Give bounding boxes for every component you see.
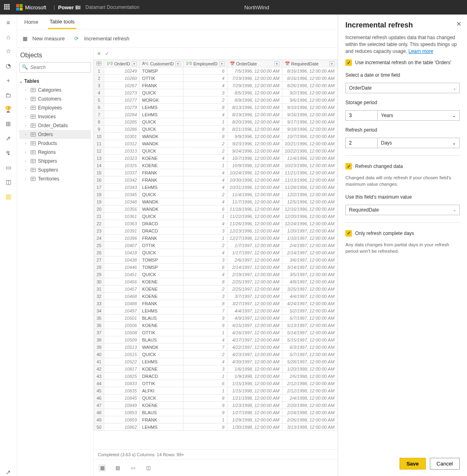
table-row[interactable]: 110249TOMSP67/5/1996, 12:00:00 AM8/16/19… bbox=[94, 67, 338, 75]
table-item-territories[interactable]: ›Territories bbox=[19, 174, 91, 183]
new-measure-button[interactable]: ▦ New measure bbox=[23, 36, 65, 42]
workspace-icon[interactable]: ◫ bbox=[5, 178, 12, 186]
table-row[interactable]: 3410497LEHMS74/4/1997, 12:00:00 AM5/2/19… bbox=[94, 307, 338, 315]
table-item-products[interactable]: ›Products bbox=[19, 139, 91, 148]
table-row[interactable]: 2410396FRANK112/27/1996, 12:00:00 AM1/10… bbox=[94, 235, 338, 242]
table-item-regions[interactable]: ›Regions bbox=[19, 148, 91, 157]
expand-icon[interactable]: ↗ bbox=[5, 469, 12, 476]
column-filter-icon[interactable]: ▾ bbox=[274, 61, 280, 66]
cancel-formula-icon[interactable]: ✕ bbox=[97, 51, 101, 57]
formula-input[interactable] bbox=[113, 51, 334, 57]
table-item-shippers[interactable]: ›Shippers bbox=[19, 157, 91, 166]
table-row[interactable]: 3110457KOENE22/25/1997, 12:00:00 AM3/25/… bbox=[94, 285, 338, 293]
star-icon[interactable]: ☆ bbox=[5, 48, 12, 55]
table-row[interactable]: 2910451QUICK42/19/1997, 12:00:00 AM3/5/1… bbox=[94, 271, 338, 278]
row-header-corner[interactable] bbox=[94, 60, 104, 67]
table-row[interactable]: 710284LEHMS48/19/1996, 12:00:00 AM9/16/1… bbox=[94, 111, 338, 118]
table-row[interactable]: 1110312WANDK29/23/1996, 12:00:00 AM10/21… bbox=[94, 140, 338, 147]
table-row[interactable]: 1010301WANDK89/9/1996, 12:00:00 AM10/7/1… bbox=[94, 133, 338, 140]
goals-icon[interactable]: 🏆 bbox=[5, 106, 12, 113]
table-row[interactable]: 5010862LEHMS81/30/1998, 12:00:00 AM3/13/… bbox=[94, 424, 338, 431]
refresh-period-input[interactable] bbox=[345, 138, 378, 148]
close-icon[interactable]: ✕ bbox=[456, 20, 461, 28]
table-row[interactable]: 2610418QUICK41/17/1997, 12:00:00 AM2/14/… bbox=[94, 249, 338, 256]
table-row[interactable]: 510277MORGK28/9/1996, 12:00:00 AM9/6/199… bbox=[94, 96, 338, 104]
column-header-requireddate[interactable]: 📅RequiredDate▾ bbox=[282, 60, 337, 67]
tab-home[interactable]: Home bbox=[23, 16, 40, 28]
table-row[interactable]: 4410833OTTIK61/15/1998, 12:00:00 AM2/12/… bbox=[94, 380, 338, 387]
table-row[interactable]: 3610506KOENE94/15/1997, 12:00:00 AM5/13/… bbox=[94, 322, 338, 329]
table-row[interactable]: 4610845QUICK81/21/1998, 12:00:00 AM2/4/1… bbox=[94, 394, 338, 402]
incremental-refresh-button[interactable]: ⟳ Incremental refresh bbox=[74, 36, 129, 42]
table-row[interactable]: 1310323KOENE410/7/1996, 12:00:00 AM11/4/… bbox=[94, 155, 338, 162]
table-row[interactable]: 4710849KOENE91/23/1998, 12:00:00 AM2/20/… bbox=[94, 402, 338, 409]
table-row[interactable]: 2510407OTTIK21/7/1997, 12:00:00 AM2/4/19… bbox=[94, 242, 338, 249]
table-row[interactable]: 4510835ALFKI11/15/1998, 12:00:00 AM2/12/… bbox=[94, 387, 338, 394]
column-filter-icon[interactable]: ▾ bbox=[175, 61, 181, 66]
menu-icon[interactable]: ≡ bbox=[5, 19, 12, 26]
tables-group[interactable]: ⌄ Tables bbox=[19, 78, 91, 84]
table-row[interactable]: 2710438TOMSP32/6/1997, 12:00:00 AM3/6/19… bbox=[94, 256, 338, 264]
table-view-icon[interactable]: ▦ bbox=[99, 464, 106, 472]
table-row[interactable]: 4210817KOENE31/6/1998, 12:00:00 AM1/20/1… bbox=[94, 365, 338, 373]
storage-unit-select[interactable]: Years ⌄ bbox=[378, 110, 460, 121]
grid-scroll[interactable]: 1²3OrderID▾AᵇcCustomerID▾1²3EmployeeID▾📅… bbox=[94, 60, 338, 449]
table-row[interactable]: 4910859FRANK11/29/1998, 12:00:00 AM2/26/… bbox=[94, 416, 338, 424]
table-row[interactable]: 2810446TOMSP62/14/1997, 12:00:00 AM3/14/… bbox=[94, 264, 338, 271]
table-row[interactable]: 4310825DRACD11/9/1998, 12:00:00 AM2/6/19… bbox=[94, 373, 338, 380]
table-row[interactable]: 1210313QUICK29/24/1996, 12:00:00 AM10/22… bbox=[94, 147, 338, 155]
table-row[interactable]: 1610342FRANK410/30/1996, 12:00:00 AM11/1… bbox=[94, 176, 338, 184]
table-row[interactable]: 610279LEHMS88/13/1996, 12:00:00 AM9/10/1… bbox=[94, 104, 338, 111]
table-row[interactable]: 1710343LEHMS410/31/1996, 12:00:00 AM11/2… bbox=[94, 184, 338, 191]
table-item-categories[interactable]: ›Categories bbox=[19, 86, 91, 94]
max-field-select[interactable]: RequiredDate ⌄ bbox=[345, 205, 460, 215]
accept-formula-icon[interactable]: ✓ bbox=[105, 51, 109, 57]
column-header-employeeid[interactable]: 1²3EmployeeID▾ bbox=[183, 60, 227, 67]
table-row[interactable]: 3910513WANDK74/22/1997, 12:00:00 AM6/3/1… bbox=[94, 344, 338, 351]
tab-table-tools[interactable]: Table tools bbox=[48, 15, 76, 29]
table-row[interactable]: 310267FRANK47/29/1996, 12:00:00 AM8/26/1… bbox=[94, 82, 338, 89]
column-filter-icon[interactable]: ▾ bbox=[329, 61, 334, 66]
table-item-customers[interactable]: ›Customers bbox=[19, 94, 91, 103]
table-row[interactable]: 3510501BLAUS94/9/1997, 12:00:00 AM5/7/19… bbox=[94, 315, 338, 322]
datamart-icon[interactable]: ▥ bbox=[5, 193, 12, 200]
table-row[interactable]: 810285QUICK18/20/1996, 12:00:00 AM9/17/1… bbox=[94, 118, 338, 126]
table-item-invoices[interactable]: ›Invoices bbox=[19, 112, 91, 121]
storage-period-input[interactable] bbox=[345, 110, 378, 121]
table-item-suppliers[interactable]: ›Suppliers bbox=[19, 166, 91, 174]
apps-icon[interactable]: ⊞ bbox=[5, 120, 12, 128]
add-icon[interactable]: ＋ bbox=[5, 77, 12, 84]
table-row[interactable]: 3010456KOENE82/25/1997, 12:00:00 AM4/8/1… bbox=[94, 278, 338, 285]
recent-icon[interactable]: ◔ bbox=[5, 62, 12, 69]
table-row[interactable]: 2110361QUICK111/22/1996, 12:00:00 AM12/2… bbox=[94, 213, 338, 220]
column-header-orderdate[interactable]: 📅OrderDate▾ bbox=[227, 60, 282, 67]
home-icon[interactable]: ⌂ bbox=[5, 33, 12, 40]
learn-icon[interactable]: ▭ bbox=[5, 164, 12, 171]
query-view-icon[interactable]: ▭ bbox=[129, 464, 137, 472]
table-row[interactable]: 910286QUICK88/21/1996, 12:00:00 AM9/18/1… bbox=[94, 126, 338, 133]
model-view-icon[interactable]: ▧ bbox=[114, 464, 121, 472]
table-row[interactable]: 3710508OTTIK14/16/1997, 12:00:00 AM5/14/… bbox=[94, 329, 338, 336]
table-row[interactable]: 3210468KOENE33/7/1997, 12:00:00 AM4/4/19… bbox=[94, 293, 338, 300]
relation-view-icon[interactable]: ◫ bbox=[145, 464, 152, 472]
table-row[interactable]: 2010356WANDK611/18/1996, 12:00:00 AM12/1… bbox=[94, 205, 338, 213]
table-row[interactable]: 3810509BLAUS44/17/1997, 12:00:00 AM5/15/… bbox=[94, 336, 338, 344]
column-filter-icon[interactable]: ▾ bbox=[219, 61, 225, 66]
table-row[interactable]: 3310488FRANK83/27/1997, 12:00:00 AM4/24/… bbox=[94, 300, 338, 307]
refresh-unit-select[interactable]: Days ⌄ bbox=[378, 138, 460, 148]
table-row[interactable]: 1410325KOENE110/9/1996, 12:00:00 AM10/23… bbox=[94, 162, 338, 169]
refresh-changed-checkbox[interactable]: ✓ Refresh changed data bbox=[345, 163, 460, 170]
save-button[interactable]: Save bbox=[400, 458, 425, 470]
table-row[interactable]: 4010515QUICK24/23/1997, 12:00:00 AM5/7/1… bbox=[94, 351, 338, 358]
column-filter-icon[interactable]: ▾ bbox=[132, 61, 137, 66]
date-field-select[interactable]: OrderDate ⌄ bbox=[345, 83, 460, 93]
table-row[interactable]: 4810853BLAUS91/27/1998, 12:00:00 AM2/24/… bbox=[94, 409, 338, 416]
table-item-order_details[interactable]: ›Order_Details bbox=[19, 121, 91, 130]
table-row[interactable]: 1510337FRANK410/24/1996, 12:00:00 AM11/2… bbox=[94, 169, 338, 176]
app-launcher-icon[interactable] bbox=[4, 4, 11, 10]
table-row[interactable]: 2310391DRACD312/23/1996, 12:00:00 AM1/20… bbox=[94, 227, 338, 235]
table-item-orders[interactable]: ›Orders bbox=[19, 130, 91, 139]
table-row[interactable]: 1910348WANDK411/7/1996, 12:00:00 AM12/5/… bbox=[94, 198, 338, 205]
table-item-employees[interactable]: ›Employees bbox=[19, 103, 91, 112]
table-row[interactable]: 2210363DRACD411/26/1996, 12:00:00 AM12/2… bbox=[94, 220, 338, 227]
